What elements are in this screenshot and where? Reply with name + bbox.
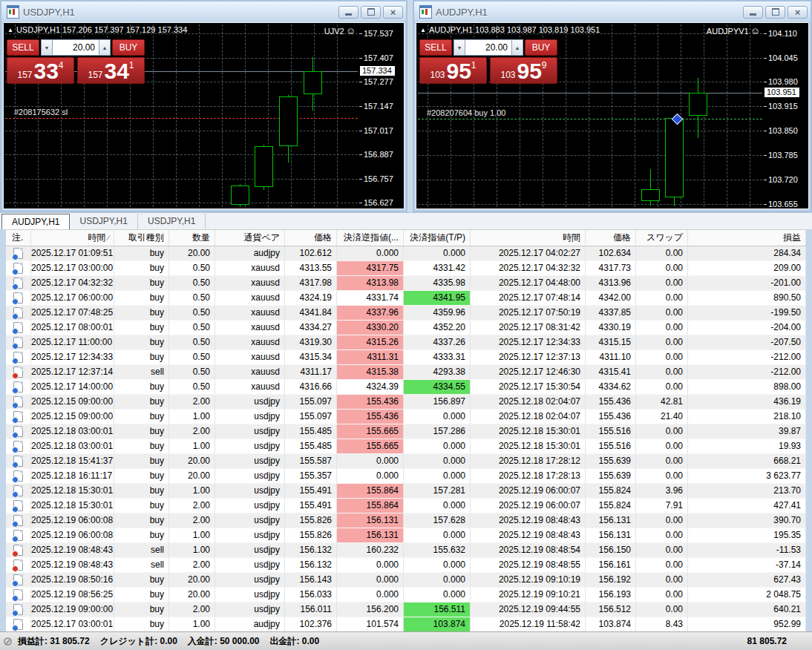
swap-cell: 0.00	[636, 603, 688, 617]
history-row[interactable]: 2025.12.19 09:00:00buy2.00usdjpy156.0111…	[6, 603, 806, 617]
type-cell: buy	[114, 335, 169, 350]
column-header-symbol[interactable]: 通貨ペア	[215, 230, 285, 246]
open_price-cell: 4334.27	[285, 321, 337, 335]
volume-increase-button[interactable]: ▲	[511, 39, 523, 56]
column-header-type[interactable]: 取引種別	[114, 230, 169, 246]
column-header-profit[interactable]: 損益	[688, 230, 806, 246]
axis-tick-mark	[764, 155, 767, 156]
gridline-horizontal	[5, 203, 358, 203]
column-header-swap[interactable]: スワップ	[636, 230, 688, 246]
history-row[interactable]: 2025.12.17 14:00:00buy0.50xauusd4316.664…	[6, 380, 806, 395]
column-header-tp[interactable]: 決済指値(T/P)	[404, 230, 471, 246]
type-cell: buy	[114, 306, 169, 321]
tab-usdjpy-h1[interactable]: USDJPY,H1	[70, 214, 137, 229]
volume-input[interactable]: 20.00	[465, 39, 511, 56]
history-row[interactable]: 2025.12.19 08:48:43sell2.00usdjpy156.132…	[6, 558, 806, 573]
history-row[interactable]: 2025.12.18 15:41:37buy20.00usdjpy155.587…	[6, 454, 806, 469]
history-row[interactable]: 2025.12.19 08:56:25buy20.00usdjpy156.033…	[6, 588, 806, 603]
window-titlebar[interactable]: USDJPY,H1 ×	[1, 1, 406, 23]
current-price-line	[418, 93, 762, 93]
tab-usdjpy-h1[interactable]: USDJPY,H1	[138, 214, 206, 229]
history-row[interactable]: 2025.12.19 06:00:08buy2.00usdjpy155.8261…	[6, 513, 806, 528]
volume-increase-button[interactable]: ▲	[99, 39, 111, 56]
history-row[interactable]: 2025.12.17 03:00:01buy1.00audjpy102.3761…	[6, 617, 806, 632]
tp-cell: 0.000	[404, 528, 471, 543]
symbol-cell: xauusd	[215, 291, 285, 306]
price-axis[interactable]: 157.537157.407157.277157.147157.017156.8…	[359, 24, 404, 207]
history-row[interactable]: 2025.12.17 12:34:33buy0.50xauusd4315.344…	[6, 350, 806, 365]
history-row[interactable]: 2025.12.18 03:00:01buy1.00usdjpy155.4851…	[6, 439, 806, 454]
price-chart[interactable]: ▲USDJPY,H1 157.206 157.397 157.129 157.3…	[5, 24, 358, 207]
tp-cell: 157.281	[404, 484, 471, 499]
restore-button[interactable]	[765, 6, 785, 19]
history-row[interactable]: 2025.12.19 08:48:43sell1.00usdjpy156.132…	[6, 543, 806, 558]
type-cell: buy	[114, 499, 169, 513]
volume-cell: 2.00	[169, 424, 215, 439]
buy-price-button[interactable]: 157341	[77, 57, 145, 84]
column-header-volume[interactable]: 数量	[169, 230, 215, 246]
history-row[interactable]: 2025.12.17 07:48:25buy0.50xauusd4341.844…	[6, 306, 806, 321]
tab-audjpy-h1[interactable]: AUDJPY,H1	[1, 214, 70, 229]
sell-price-button[interactable]: 157334	[7, 57, 74, 84]
column-header-close_time[interactable]: 時間	[471, 230, 586, 246]
history-row[interactable]: 2025.12.17 04:32:32buy0.50xauusd4317.984…	[6, 276, 806, 291]
order-type-cell	[6, 350, 31, 365]
history-row[interactable]: 2025.12.18 15:30:01buy2.00usdjpy155.4911…	[6, 499, 806, 513]
history-row[interactable]: 2025.12.18 15:30:01buy1.00usdjpy155.4911…	[6, 484, 806, 499]
open_price-cell: 102.612	[285, 246, 337, 261]
swap-cell: 0.00	[636, 291, 688, 306]
buy-button[interactable]: BUY	[525, 39, 557, 56]
history-row[interactable]: 2025.12.17 08:00:01buy0.50xauusd4334.274…	[6, 321, 806, 335]
open_time-cell: 2025.12.19 08:50:16	[31, 573, 114, 588]
history-row[interactable]: 2025.12.17 03:00:00buy0.50xauusd4313.554…	[6, 261, 806, 276]
close_price-cell: 4334.62	[586, 380, 636, 395]
sell-button[interactable]: SELL	[7, 39, 39, 56]
minimize-button[interactable]	[743, 6, 763, 19]
sl-cell: 4337.96	[337, 306, 404, 321]
history-row[interactable]: 2025.12.17 12:37:14sell0.50xauusd4311.17…	[6, 365, 806, 380]
volume-cell: 2.00	[169, 395, 215, 410]
close_time-cell: 2025.12.19 08:48:55	[471, 558, 586, 573]
close_time-cell: 2025.12.17 12:37:13	[471, 350, 586, 365]
history-row[interactable]: 2025.12.17 11:00:00buy0.50xauusd4319.304…	[6, 335, 806, 350]
history-row[interactable]: 2025.12.17 06:00:00buy0.50xauusd4324.194…	[6, 291, 806, 306]
column-header-open_time[interactable]: 時間∕	[31, 230, 114, 246]
history-row[interactable]: 2025.12.18 03:00:01buy2.00usdjpy155.4851…	[6, 424, 806, 439]
column-header-open_price[interactable]: 価格	[285, 230, 337, 246]
volume-decrease-button[interactable]: ▼	[41, 39, 53, 56]
buy-button[interactable]: BUY	[112, 39, 145, 56]
history-row[interactable]: 2025.12.19 06:00:08buy1.00usdjpy155.8261…	[6, 528, 806, 543]
sell-button[interactable]: SELL	[419, 39, 452, 56]
close_time-cell: 2025.12.19 08:48:43	[471, 513, 586, 528]
buy-price-button[interactable]: 103959	[490, 57, 557, 84]
tp-cell: 155.632	[404, 543, 471, 558]
minimize-button[interactable]	[338, 6, 358, 19]
volume-decrease-button[interactable]: ▼	[454, 39, 465, 56]
window-titlebar[interactable]: AUDJPY,H1 ×	[414, 1, 811, 23]
close_time-cell: 2025.12.18 15:30:01	[471, 424, 586, 439]
history-row[interactable]: 2025.12.18 16:11:17buy20.00usdjpy155.357…	[6, 469, 806, 484]
restore-button[interactable]	[361, 6, 381, 19]
column-header-icon[interactable]: 注.	[6, 230, 31, 246]
history-row[interactable]: 2025.12.19 08:50:16buy20.00usdjpy156.143…	[6, 573, 806, 588]
symbol-cell: usdjpy	[215, 469, 285, 484]
sell-price-button[interactable]: 103951	[419, 57, 487, 84]
volume-input[interactable]: 20.00	[53, 39, 99, 56]
close-button[interactable]: ×	[383, 6, 403, 19]
swap-cell: 0.00	[636, 350, 688, 365]
sl-cell: 4331.74	[337, 291, 404, 306]
column-header-close_price[interactable]: 価格	[586, 230, 636, 246]
history-row[interactable]: 2025.12.15 09:00:00buy2.00usdjpy155.0971…	[6, 395, 806, 410]
close-button[interactable]: ×	[788, 6, 808, 19]
swap-cell: 0.00	[636, 380, 688, 395]
symbol-cell: audjpy	[215, 617, 285, 632]
buy-order-icon	[13, 515, 23, 526]
price-axis[interactable]: 104.110104.045103.980103.915103.850103.7…	[764, 24, 808, 207]
swap-cell: 0.00	[636, 513, 688, 528]
footer-total: 損益計: 31 805.72	[18, 635, 90, 648]
price-chart[interactable]: ▲AUDJPY,H1 103.883 103.987 103.819 103.9…	[418, 24, 762, 207]
sl-cell: 4311.31	[337, 350, 404, 365]
column-header-sl[interactable]: 決済逆指値(...	[337, 230, 404, 246]
history-row[interactable]: 2025.12.15 09:00:00buy1.00usdjpy155.0971…	[6, 410, 806, 424]
history-row[interactable]: 2025.12.17 01:09:51buy20.00audjpy102.612…	[6, 246, 806, 261]
